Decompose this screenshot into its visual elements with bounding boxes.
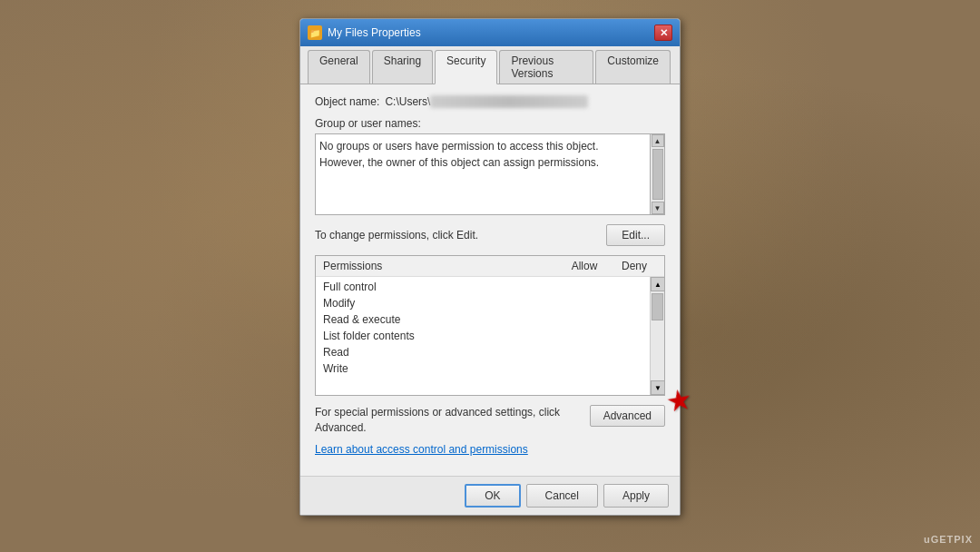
tab-bar: General Sharing Security Previous Versio… [300,46,680,84]
watermark: uGETPIX [924,534,973,545]
perm-row-readexecute: Read & execute [316,311,650,328]
folder-icon: 📁 [308,25,322,40]
advanced-text: For special permissions or advanced sett… [315,405,581,436]
permissions-list[interactable]: Full control Modify Read & execute [316,277,664,395]
object-path-blurred: ████████████████████ [430,95,588,108]
group-text-line1: No groups or users have permission to ac… [319,138,646,154]
properties-dialog: 📁 My Files Properties ✕ General Sharing … [299,18,681,516]
group-listbox[interactable]: No groups or users have permission to ac… [315,133,665,215]
permissions-col-name: Permissions [323,260,557,272]
dialog-footer: OK Cancel Apply [300,476,680,515]
advanced-btn-wrapper: Advanced ★ [590,405,665,427]
permissions-scrollbar: ▲ ▼ [650,277,664,395]
advanced-row: For special permissions or advanced sett… [315,405,665,436]
group-label: Group or user names: [315,117,665,130]
dialog-title: My Files Properties [328,26,421,39]
title-bar-left: 📁 My Files Properties [308,25,421,40]
ok-button[interactable]: OK [465,484,520,508]
perm-name-modify: Modify [323,297,543,310]
cancel-button[interactable]: Cancel [526,484,598,508]
group-scrollbar: ▲ ▼ [650,134,664,214]
change-permissions-row: To change permissions, click Edit. Edit.… [315,224,665,246]
edit-button[interactable]: Edit... [606,224,665,246]
permissions-col-allow: Allow [557,260,612,272]
tab-previous-versions[interactable]: Previous Versions [499,50,593,84]
change-permissions-text: To change permissions, click Edit. [315,229,478,242]
group-list-content: No groups or users have permission to ac… [319,138,646,171]
title-bar: 📁 My Files Properties ✕ [300,19,680,46]
close-button[interactable]: ✕ [654,25,672,41]
tab-security[interactable]: Security [435,50,497,84]
scrollbar-thumb[interactable] [652,149,663,200]
security-tab-content: Object name: C:\Users\██████████████████… [300,84,680,476]
perm-name-fullcontrol: Full control [323,281,543,293]
advanced-button[interactable]: Advanced [590,405,665,427]
learn-link[interactable]: Learn about access control and permissio… [315,443,665,456]
object-path-prefix: C:\Users\ [385,95,430,108]
perms-scroll-down[interactable]: ▼ [651,380,664,395]
group-text-line2: However, the owner of this object can as… [319,154,646,171]
perm-name-write: Write [323,362,543,375]
tab-general[interactable]: General [308,50,370,84]
perm-row-fullcontrol: Full control [316,279,650,295]
permissions-section: Permissions Allow Deny Full control Modi… [315,255,665,396]
perms-scroll-up[interactable]: ▲ [651,277,664,291]
apply-button[interactable]: Apply [603,484,669,508]
permissions-rows: Full control Modify Read & execute [316,277,650,395]
tab-sharing[interactable]: Sharing [372,50,433,84]
star-annotation: ★ [663,381,695,419]
perm-name-read: Read [323,346,543,359]
perm-name-listfolder: List folder contents [323,330,543,342]
perms-scroll-thumb[interactable] [652,293,663,320]
scrollbar-down[interactable]: ▼ [652,202,664,214]
permissions-header: Permissions Allow Deny [316,256,664,277]
permissions-col-deny: Deny [612,260,657,272]
perm-row-read: Read [316,344,650,360]
perm-row-write: Write [316,360,650,377]
object-name-row: Object name: C:\Users\██████████████████… [315,95,665,108]
scrollbar-up[interactable]: ▲ [652,134,664,147]
object-name-path: C:\Users\████████████████████ [385,95,588,108]
tab-customize[interactable]: Customize [595,50,671,84]
perms-scroll-track [651,291,664,380]
perm-name-readexecute: Read & execute [323,313,543,326]
perm-row-modify: Modify [316,295,650,311]
object-name-label: Object name: [315,95,379,108]
perm-row-listfolder: List folder contents [316,328,650,344]
